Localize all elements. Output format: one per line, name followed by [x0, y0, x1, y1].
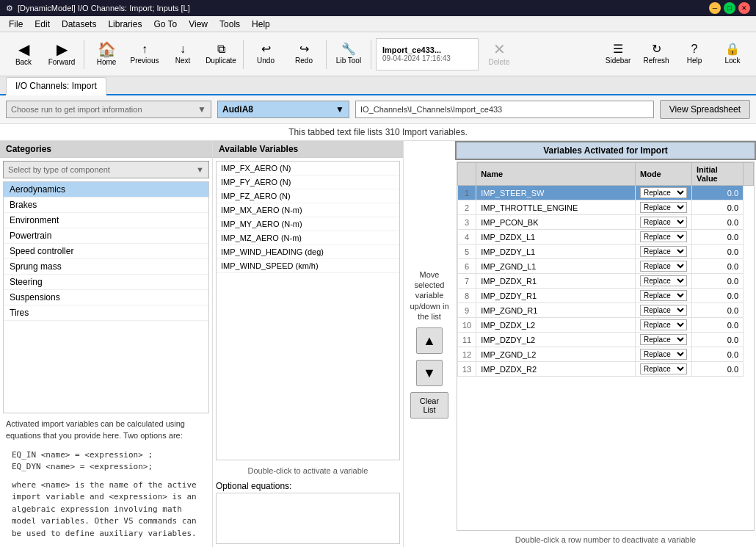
- duplicate-button[interactable]: ⧉ Duplicate: [203, 35, 239, 73]
- row-mode[interactable]: Replace Add: [636, 318, 692, 333]
- table-row[interactable]: 1 IMP_STEER_SW Replace Add 0.0: [458, 186, 754, 200]
- avail-item[interactable]: IMP_WIND_HEADING (deg): [217, 245, 399, 259]
- redo-button[interactable]: ↪ Redo: [286, 35, 321, 73]
- mode-dropdown[interactable]: Replace Add: [640, 349, 687, 360]
- category-list[interactable]: Aerodynamics Brakes Environment Powertra…: [3, 181, 209, 413]
- category-item-speed-controller[interactable]: Speed controller: [4, 244, 208, 259]
- previous-button[interactable]: ↑ Previous: [127, 35, 162, 73]
- table-row[interactable]: 9 IMP_ZGND_R1 Replace Add 0.0: [458, 303, 754, 318]
- variables-table-container[interactable]: Name Mode Initial Value 1 IMP_STEER_SW R…: [457, 162, 755, 531]
- table-row[interactable]: 2 IMP_THROTTLE_ENGINE Replace Add 0.0: [458, 200, 754, 215]
- run-selector[interactable]: Choose run to get import information ▼: [6, 101, 211, 118]
- optional-equations-input[interactable]: [216, 493, 400, 544]
- table-row[interactable]: 13 IMP_DZDX_R2 Replace Add 0.0: [458, 362, 754, 377]
- home-button[interactable]: 🏠 Home: [89, 35, 124, 73]
- menu-libraries[interactable]: Libraries: [102, 18, 148, 31]
- category-type-selector[interactable]: Select by type of component ▼: [3, 161, 209, 178]
- separator4: [371, 40, 371, 69]
- category-item-aerodynamics[interactable]: Aerodynamics: [4, 182, 208, 198]
- category-item-suspensions[interactable]: Suspensions: [4, 290, 208, 305]
- table-row[interactable]: 12 IMP_ZGND_L2 Replace Add 0.0: [458, 347, 754, 362]
- menu-goto[interactable]: Go To: [148, 18, 183, 31]
- row-name: IMP_THROTTLE_ENGINE: [476, 200, 636, 215]
- close-button[interactable]: ✕: [738, 2, 750, 14]
- lib-tool-button[interactable]: 🔧 Lib Tool: [331, 35, 366, 73]
- table-row[interactable]: 11 IMP_DZDY_L2 Replace Add 0.0: [458, 333, 754, 347]
- mode-dropdown[interactable]: Replace Add: [640, 261, 687, 272]
- available-variables-list[interactable]: IMP_FX_AERO (N) IMP_FY_AERO (N) IMP_FZ_A…: [216, 161, 400, 460]
- category-item-steering[interactable]: Steering: [4, 275, 208, 290]
- minimize-button[interactable]: ─: [709, 2, 721, 14]
- row-mode[interactable]: Replace Add: [636, 274, 692, 289]
- row-mode[interactable]: Replace Add: [636, 230, 692, 244]
- row-mode[interactable]: Replace Add: [636, 215, 692, 230]
- row-mode[interactable]: Replace Add: [636, 186, 692, 200]
- forward-button[interactable]: ▶ Forward: [44, 35, 79, 73]
- table-row[interactable]: 5 IMP_DZDY_L1 Replace Add 0.0: [458, 244, 754, 259]
- model-selector[interactable]: AudiA8 ▼: [217, 101, 349, 118]
- category-item-tires[interactable]: Tires: [4, 305, 208, 321]
- table-row[interactable]: 3 IMP_PCON_BK Replace Add 0.0: [458, 215, 754, 230]
- maximize-button[interactable]: □: [724, 2, 735, 14]
- row-mode[interactable]: Replace Add: [636, 347, 692, 362]
- avail-item[interactable]: IMP_FZ_AERO (N): [217, 189, 399, 203]
- mode-dropdown[interactable]: Replace Add: [640, 334, 687, 345]
- mode-dropdown[interactable]: Replace Add: [640, 187, 687, 198]
- tab-io-channels-import[interactable]: I/O Channels: Import: [6, 77, 106, 95]
- view-spreadsheet-button[interactable]: View Spreadsheet: [660, 100, 750, 119]
- avail-item[interactable]: IMP_MY_AERO (N-m): [217, 217, 399, 231]
- category-item-environment[interactable]: Environment: [4, 213, 208, 228]
- equations-block: EQ_IN <name> = <expression> ; EQ_DYN <na…: [6, 442, 206, 543]
- row-mode[interactable]: Replace Add: [636, 333, 692, 347]
- refresh-button[interactable]: ↻ Refresh: [639, 35, 674, 73]
- mode-dropdown[interactable]: Replace Add: [640, 290, 687, 301]
- row-mode[interactable]: Replace Add: [636, 259, 692, 274]
- avail-item[interactable]: IMP_MX_AERO (N-m): [217, 203, 399, 217]
- mode-dropdown[interactable]: Replace Add: [640, 275, 687, 286]
- move-down-button[interactable]: ▼: [416, 360, 443, 386]
- table-row[interactable]: 4 IMP_DZDX_L1 Replace Add 0.0: [458, 230, 754, 244]
- lib-tool-icon: 🔧: [341, 43, 356, 55]
- table-row[interactable]: 6 IMP_ZGND_L1 Replace Add 0.0: [458, 259, 754, 274]
- menu-edit[interactable]: Edit: [29, 18, 56, 31]
- clear-list-button[interactable]: ClearList: [410, 392, 448, 419]
- delete-button[interactable]: ✕ Delete: [481, 35, 517, 73]
- row-mode[interactable]: Replace Add: [636, 289, 692, 303]
- help-button[interactable]: ? Help: [677, 35, 712, 73]
- sidebar-button[interactable]: ☰ Sidebar: [600, 35, 636, 73]
- row-mode[interactable]: Replace Add: [636, 303, 692, 318]
- menu-datasets[interactable]: Datasets: [56, 18, 102, 31]
- category-item-powertrain[interactable]: Powertrain: [4, 228, 208, 244]
- menu-file[interactable]: File: [3, 18, 29, 31]
- table-row[interactable]: 8 IMP_DZDY_R1 Replace Add 0.0: [458, 289, 754, 303]
- avail-item[interactable]: IMP_FY_AERO (N): [217, 175, 399, 189]
- avail-item[interactable]: IMP_WIND_SPEED (km/h): [217, 259, 399, 273]
- category-item-brakes[interactable]: Brakes: [4, 198, 208, 213]
- row-mode[interactable]: Replace Add: [636, 362, 692, 377]
- menu-help[interactable]: Help: [246, 18, 276, 31]
- next-button[interactable]: ↓ Next: [165, 35, 200, 73]
- mode-dropdown[interactable]: Replace Add: [640, 363, 687, 374]
- lock-button[interactable]: 🔒 Lock: [715, 35, 750, 73]
- back-button[interactable]: ◀ Back: [6, 35, 41, 73]
- avail-item[interactable]: IMP_MZ_AERO (N-m): [217, 231, 399, 245]
- mode-dropdown[interactable]: Replace Add: [640, 246, 687, 257]
- mode-dropdown[interactable]: Replace Add: [640, 305, 687, 316]
- row-mode[interactable]: Replace Add: [636, 244, 692, 259]
- move-label: Move selected variable up/down in the li…: [410, 269, 449, 322]
- undo-button[interactable]: ↩ Undo: [248, 35, 283, 73]
- table-row[interactable]: 10 IMP_DZDX_L2 Replace Add 0.0: [458, 318, 754, 333]
- mode-dropdown[interactable]: Replace Add: [640, 217, 687, 228]
- category-item-sprung-mass[interactable]: Sprung mass: [4, 259, 208, 275]
- menu-tools[interactable]: Tools: [214, 18, 246, 31]
- mode-dropdown[interactable]: Replace Add: [640, 202, 687, 213]
- mode-dropdown[interactable]: Replace Add: [640, 319, 687, 330]
- avail-item[interactable]: IMP_FX_AERO (N): [217, 162, 399, 175]
- row-mode[interactable]: Replace Add: [636, 200, 692, 215]
- mode-dropdown[interactable]: Replace Add: [640, 231, 687, 242]
- table-row[interactable]: 7 IMP_DZDX_R1 Replace Add 0.0: [458, 274, 754, 289]
- row-name: IMP_PCON_BK: [476, 215, 636, 230]
- move-up-button[interactable]: ▲: [416, 327, 443, 354]
- menu-view[interactable]: View: [183, 18, 214, 31]
- row-name: IMP_DZDY_R1: [476, 289, 636, 303]
